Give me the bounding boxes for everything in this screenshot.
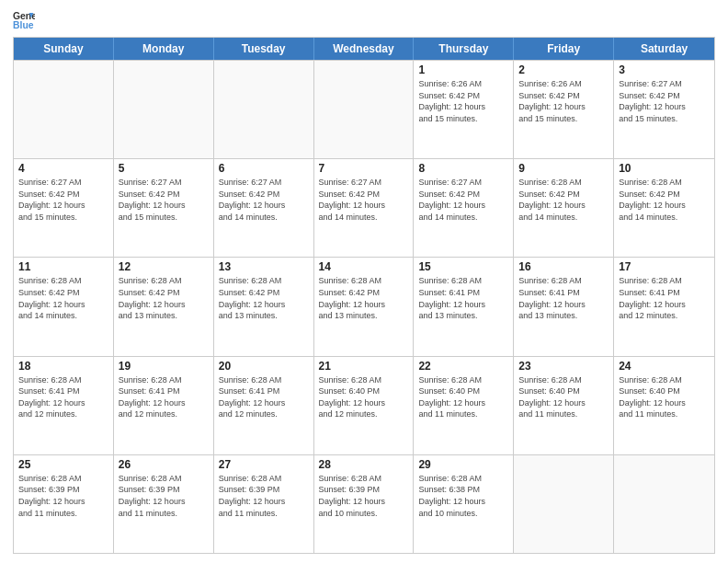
day-number: 18 (18, 360, 108, 373)
day-info: Sunrise: 6:28 AMSunset: 6:42 PMDaylight:… (119, 275, 209, 321)
day-info: Sunrise: 6:26 AMSunset: 6:42 PMDaylight:… (518, 78, 609, 124)
calendar-row-3: 18Sunrise: 6:28 AMSunset: 6:41 PMDayligh… (14, 356, 714, 454)
weekday-header-thursday: Thursday (414, 38, 514, 60)
day-cell-17: 17Sunrise: 6:28 AMSunset: 6:41 PMDayligh… (614, 258, 714, 355)
empty-cell-4-5 (514, 455, 614, 553)
weekday-header-tuesday: Tuesday (214, 38, 314, 60)
day-cell-29: 29Sunrise: 6:28 AMSunset: 6:38 PMDayligh… (414, 455, 514, 553)
day-cell-9: 9Sunrise: 6:28 AMSunset: 6:42 PMDaylight… (514, 159, 614, 257)
day-number: 26 (119, 458, 209, 471)
day-info: Sunrise: 6:28 AMSunset: 6:38 PMDaylight:… (418, 473, 508, 519)
day-number: 14 (319, 260, 409, 273)
day-number: 10 (619, 162, 710, 175)
day-cell-1: 1Sunrise: 6:26 AMSunset: 6:42 PMDaylight… (414, 61, 514, 158)
day-number: 7 (319, 162, 409, 175)
empty-cell-0-3 (314, 61, 415, 158)
day-info: Sunrise: 6:28 AMSunset: 6:39 PMDaylight:… (18, 473, 108, 519)
day-cell-21: 21Sunrise: 6:28 AMSunset: 6:40 PMDayligh… (314, 357, 415, 454)
day-info: Sunrise: 6:27 AMSunset: 6:42 PMDaylight:… (418, 177, 508, 223)
day-info: Sunrise: 6:28 AMSunset: 6:42 PMDaylight:… (18, 275, 108, 321)
calendar: SundayMondayTuesdayWednesdayThursdayFrid… (13, 37, 715, 554)
day-number: 22 (418, 360, 508, 373)
calendar-row-0: 1Sunrise: 6:26 AMSunset: 6:42 PMDaylight… (14, 60, 714, 158)
day-info: Sunrise: 6:28 AMSunset: 6:40 PMDaylight:… (319, 374, 409, 420)
weekday-header-saturday: Saturday (614, 38, 714, 60)
calendar-row-4: 25Sunrise: 6:28 AMSunset: 6:39 PMDayligh… (14, 454, 714, 553)
day-info: Sunrise: 6:28 AMSunset: 6:40 PMDaylight:… (418, 374, 508, 420)
day-info: Sunrise: 6:28 AMSunset: 6:41 PMDaylight:… (418, 275, 508, 321)
header: General Blue (13, 9, 715, 31)
day-info: Sunrise: 6:27 AMSunset: 6:42 PMDaylight:… (319, 177, 409, 223)
day-cell-16: 16Sunrise: 6:28 AMSunset: 6:41 PMDayligh… (514, 258, 614, 355)
calendar-header: SundayMondayTuesdayWednesdayThursdayFrid… (14, 38, 714, 60)
logo-icon: General Blue (13, 9, 35, 31)
day-number: 6 (219, 162, 309, 175)
day-cell-8: 8Sunrise: 6:27 AMSunset: 6:42 PMDaylight… (414, 159, 514, 257)
day-cell-12: 12Sunrise: 6:28 AMSunset: 6:42 PMDayligh… (114, 258, 214, 355)
empty-cell-0-2 (214, 61, 314, 158)
day-info: Sunrise: 6:28 AMSunset: 6:42 PMDaylight:… (219, 275, 309, 321)
day-cell-27: 27Sunrise: 6:28 AMSunset: 6:39 PMDayligh… (214, 455, 314, 553)
day-cell-19: 19Sunrise: 6:28 AMSunset: 6:41 PMDayligh… (114, 357, 214, 454)
svg-text:Blue: Blue (13, 20, 34, 30)
day-info: Sunrise: 6:28 AMSunset: 6:41 PMDaylight:… (18, 374, 108, 420)
day-number: 17 (619, 260, 710, 273)
day-number: 20 (219, 360, 309, 373)
day-cell-4: 4Sunrise: 6:27 AMSunset: 6:42 PMDaylight… (14, 159, 114, 257)
day-info: Sunrise: 6:28 AMSunset: 6:39 PMDaylight:… (319, 473, 409, 519)
day-number: 1 (418, 63, 508, 76)
day-number: 12 (119, 260, 209, 273)
day-info: Sunrise: 6:28 AMSunset: 6:39 PMDaylight:… (219, 473, 309, 519)
day-cell-6: 6Sunrise: 6:27 AMSunset: 6:42 PMDaylight… (214, 159, 314, 257)
day-number: 29 (418, 458, 508, 471)
weekday-header-monday: Monday (114, 38, 214, 60)
day-info: Sunrise: 6:27 AMSunset: 6:42 PMDaylight:… (619, 78, 710, 124)
day-number: 8 (418, 162, 508, 175)
day-cell-24: 24Sunrise: 6:28 AMSunset: 6:40 PMDayligh… (614, 357, 714, 454)
day-cell-23: 23Sunrise: 6:28 AMSunset: 6:40 PMDayligh… (514, 357, 614, 454)
day-cell-22: 22Sunrise: 6:28 AMSunset: 6:40 PMDayligh… (414, 357, 514, 454)
day-number: 11 (18, 260, 108, 273)
day-number: 5 (119, 162, 209, 175)
day-number: 25 (18, 458, 108, 471)
day-number: 27 (219, 458, 309, 471)
day-cell-20: 20Sunrise: 6:28 AMSunset: 6:41 PMDayligh… (214, 357, 314, 454)
day-cell-11: 11Sunrise: 6:28 AMSunset: 6:42 PMDayligh… (14, 258, 114, 355)
day-number: 19 (119, 360, 209, 373)
day-info: Sunrise: 6:28 AMSunset: 6:40 PMDaylight:… (518, 374, 609, 420)
day-cell-25: 25Sunrise: 6:28 AMSunset: 6:39 PMDayligh… (14, 455, 114, 553)
empty-cell-0-0 (14, 61, 114, 158)
weekday-header-friday: Friday (514, 38, 614, 60)
empty-cell-4-6 (614, 455, 714, 553)
day-number: 28 (319, 458, 409, 471)
day-info: Sunrise: 6:26 AMSunset: 6:42 PMDaylight:… (418, 78, 508, 124)
page: General Blue SundayMondayTuesdayWednesda… (0, 0, 728, 563)
weekday-header-wednesday: Wednesday (314, 38, 415, 60)
day-info: Sunrise: 6:27 AMSunset: 6:42 PMDaylight:… (119, 177, 209, 223)
day-cell-7: 7Sunrise: 6:27 AMSunset: 6:42 PMDaylight… (314, 159, 415, 257)
day-number: 4 (18, 162, 108, 175)
day-number: 15 (418, 260, 508, 273)
day-info: Sunrise: 6:27 AMSunset: 6:42 PMDaylight:… (219, 177, 309, 223)
day-info: Sunrise: 6:28 AMSunset: 6:40 PMDaylight:… (619, 374, 710, 420)
calendar-row-2: 11Sunrise: 6:28 AMSunset: 6:42 PMDayligh… (14, 257, 714, 355)
day-number: 23 (518, 360, 609, 373)
day-number: 16 (518, 260, 609, 273)
day-info: Sunrise: 6:28 AMSunset: 6:42 PMDaylight:… (619, 177, 710, 223)
day-number: 2 (518, 63, 609, 76)
day-info: Sunrise: 6:27 AMSunset: 6:42 PMDaylight:… (18, 177, 108, 223)
day-number: 9 (518, 162, 609, 175)
day-cell-18: 18Sunrise: 6:28 AMSunset: 6:41 PMDayligh… (14, 357, 114, 454)
day-cell-2: 2Sunrise: 6:26 AMSunset: 6:42 PMDaylight… (514, 61, 614, 158)
logo: General Blue (13, 9, 35, 31)
empty-cell-0-1 (114, 61, 214, 158)
day-number: 21 (319, 360, 409, 373)
day-number: 13 (219, 260, 309, 273)
weekday-header-sunday: Sunday (14, 38, 114, 60)
calendar-body: 1Sunrise: 6:26 AMSunset: 6:42 PMDaylight… (14, 60, 714, 553)
day-cell-13: 13Sunrise: 6:28 AMSunset: 6:42 PMDayligh… (214, 258, 314, 355)
day-number: 24 (619, 360, 710, 373)
day-info: Sunrise: 6:28 AMSunset: 6:39 PMDaylight:… (119, 473, 209, 519)
day-cell-28: 28Sunrise: 6:28 AMSunset: 6:39 PMDayligh… (314, 455, 415, 553)
day-cell-26: 26Sunrise: 6:28 AMSunset: 6:39 PMDayligh… (114, 455, 214, 553)
